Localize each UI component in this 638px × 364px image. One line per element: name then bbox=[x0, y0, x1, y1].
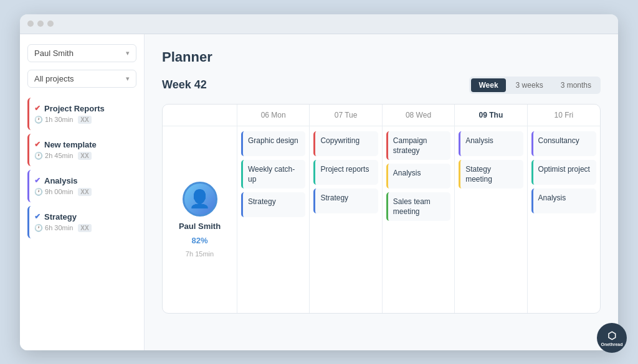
content-area: Paul Smith ▾ All projects ▾ ✔ Project Re… bbox=[20, 34, 618, 350]
user-column: 👤 Paul Smith 82% 7h 15min bbox=[163, 126, 237, 313]
user-percent: 82% bbox=[191, 236, 207, 245]
sidebar-item-meta: 🕐 2h 45min XX bbox=[34, 152, 131, 160]
check-icon: ✔ bbox=[34, 140, 40, 149]
sidebar-item-meta: 🕐 6h 30min XX bbox=[34, 224, 131, 232]
sidebar-item-name: ✔ Project Reports bbox=[34, 104, 131, 113]
main-area: Planner Week 42 Week3 weeks3 months 06 M… bbox=[145, 34, 618, 350]
sidebar-item-content: ✔ Project Reports 🕐 1h 30min XX bbox=[34, 104, 131, 124]
logo-badge: ⬡ Onethread bbox=[597, 323, 627, 353]
cal-day-thu: AnalysisStategy meeting bbox=[455, 126, 527, 313]
cal-card[interactable]: Graphic design bbox=[241, 131, 305, 156]
sidebar-item-badge: XX bbox=[78, 116, 91, 124]
logo-icon: ⬡ bbox=[607, 330, 616, 342]
cal-day-wed: Campaign strategyAnalysisSales team meet… bbox=[383, 126, 455, 313]
cal-header-wed: 08 Wed bbox=[383, 105, 455, 126]
cal-header-empty bbox=[163, 105, 237, 126]
cal-card[interactable]: Analysis bbox=[386, 164, 450, 189]
cal-card[interactable]: Analysis bbox=[459, 131, 523, 156]
view-tabs: Week3 weeks3 months bbox=[469, 77, 601, 94]
cal-card[interactable]: Analysis bbox=[531, 189, 596, 213]
cal-day-tue: CopywritingProject reportsStrategy bbox=[310, 126, 382, 313]
sidebar-item-badge: XX bbox=[78, 224, 91, 232]
sidebar-items: ✔ Project Reports 🕐 1h 30min XX ✔ New te… bbox=[27, 98, 136, 241]
user-select[interactable]: Paul Smith ▾ bbox=[27, 44, 136, 62]
avatar: 👤 bbox=[183, 182, 217, 217]
check-icon: ✔ bbox=[34, 212, 40, 221]
user-name: Paul Smith bbox=[179, 222, 221, 231]
calendar-header: 06 Mon07 Tue08 Wed09 Thu10 Fri bbox=[163, 105, 600, 126]
user-select-label: Paul Smith bbox=[34, 49, 74, 58]
sidebar: Paul Smith ▾ All projects ▾ ✔ Project Re… bbox=[20, 34, 145, 350]
dot-3 bbox=[47, 21, 54, 27]
cal-card[interactable]: Strategy bbox=[241, 192, 305, 217]
cal-card[interactable]: Project reports bbox=[313, 160, 378, 185]
titlebar bbox=[20, 14, 618, 34]
page-title: Planner bbox=[162, 49, 601, 65]
cal-card[interactable]: Sales team meeting bbox=[386, 192, 450, 221]
week-label: Week 42 bbox=[162, 78, 207, 91]
project-select[interactable]: All projects ▾ bbox=[27, 70, 136, 88]
sidebar-item-badge: XX bbox=[78, 188, 91, 196]
sidebar-item-strategy[interactable]: ✔ Strategy 🕐 6h 30min XX bbox=[27, 206, 136, 238]
dot-1 bbox=[27, 21, 34, 27]
cal-day-mon: Graphic designWeekly catch-upStrategy bbox=[237, 126, 310, 313]
cal-card[interactable]: Copywriting bbox=[313, 131, 378, 156]
dot-2 bbox=[37, 21, 44, 27]
sidebar-item-name: ✔ Analysis bbox=[34, 176, 131, 185]
tab-week[interactable]: Week bbox=[471, 78, 505, 92]
sidebar-item-meta: 🕐 1h 30min XX bbox=[34, 116, 131, 124]
sidebar-item-analysis[interactable]: ✔ Analysis 🕐 9h 00min XX bbox=[27, 170, 136, 202]
project-select-label: All projects bbox=[34, 74, 74, 83]
cal-header-mon: 06 Mon bbox=[237, 105, 310, 126]
cal-header-tue: 07 Tue bbox=[310, 105, 382, 126]
check-icon: ✔ bbox=[34, 176, 40, 185]
sidebar-item-meta: 🕐 9h 00min XX bbox=[34, 188, 131, 196]
planner-header: Week 42 Week3 weeks3 months bbox=[162, 77, 601, 94]
sidebar-item-name: ✔ New template bbox=[34, 140, 131, 149]
cal-card[interactable]: Optimist project bbox=[531, 160, 596, 185]
user-time: 7h 15min bbox=[186, 250, 214, 258]
sidebar-item-time: 🕐 1h 30min bbox=[34, 116, 73, 124]
check-icon: ✔ bbox=[34, 104, 40, 113]
project-select-chevron: ▾ bbox=[126, 75, 130, 83]
cal-card[interactable]: Stategy meeting bbox=[459, 160, 523, 189]
sidebar-item-new-template[interactable]: ✔ New template 🕐 2h 45min XX bbox=[27, 134, 136, 166]
sidebar-item-time: 🕐 2h 45min bbox=[34, 152, 73, 160]
tab-3months[interactable]: 3 months bbox=[553, 78, 599, 92]
cal-card[interactable]: Weekly catch-up bbox=[241, 160, 305, 189]
sidebar-item-content: ✔ Strategy 🕐 6h 30min XX bbox=[34, 212, 131, 232]
calendar: 06 Mon07 Tue08 Wed09 Thu10 Fri 👤 Paul Sm… bbox=[162, 104, 601, 314]
sidebar-item-name: ✔ Strategy bbox=[34, 212, 131, 222]
sidebar-item-project-reports[interactable]: ✔ Project Reports 🕐 1h 30min XX bbox=[27, 98, 136, 130]
sidebar-item-content: ✔ New template 🕐 2h 45min XX bbox=[34, 140, 131, 160]
app-window: Paul Smith ▾ All projects ▾ ✔ Project Re… bbox=[20, 14, 618, 350]
logo-label: Onethread bbox=[601, 342, 622, 347]
cal-header-fri: 10 Fri bbox=[528, 105, 600, 126]
sidebar-item-time: 🕐 6h 30min bbox=[34, 224, 73, 232]
sidebar-item-content: ✔ Analysis 🕐 9h 00min XX bbox=[34, 176, 131, 196]
tab-3weeks[interactable]: 3 weeks bbox=[508, 78, 551, 92]
sidebar-item-badge: XX bbox=[78, 152, 91, 160]
cal-card[interactable]: Strategy bbox=[313, 189, 378, 213]
calendar-body: 👤 Paul Smith 82% 7h 15min Graphic design… bbox=[163, 126, 600, 313]
cal-header-thu: 09 Thu bbox=[455, 105, 527, 126]
cal-card[interactable]: Consultancy bbox=[531, 131, 596, 156]
cal-day-fri: ConsultancyOptimist projectAnalysis bbox=[528, 126, 600, 313]
sidebar-item-time: 🕐 9h 00min bbox=[34, 188, 73, 196]
user-select-chevron: ▾ bbox=[126, 49, 130, 57]
cal-card[interactable]: Campaign strategy bbox=[386, 131, 450, 160]
